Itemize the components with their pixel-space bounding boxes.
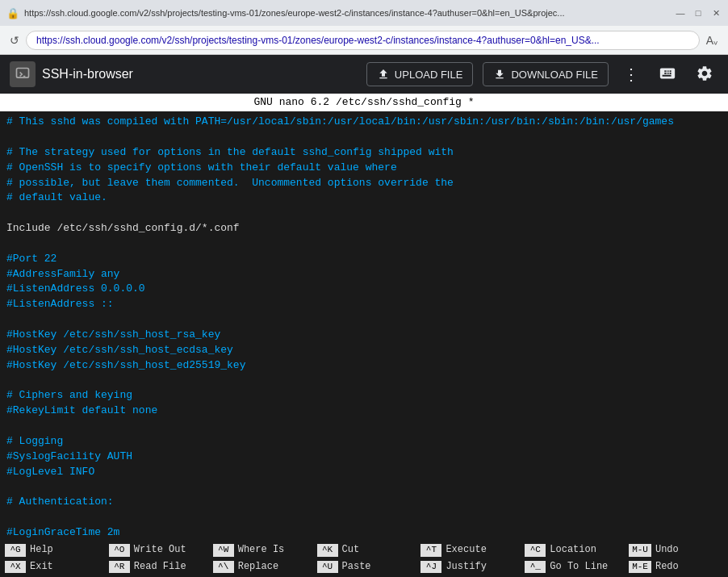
nano-shortcut-label: Replace xyxy=(238,560,278,574)
nano-shortcut-label: Justify xyxy=(446,560,486,574)
nano-key: ^R xyxy=(109,561,130,573)
upload-file-button[interactable]: UPLOAD FILE xyxy=(366,62,474,86)
nano-key: ^U xyxy=(317,561,338,573)
nano-shortcuts-bar: ^GHelp^OWrite Out^WWhere Is^KCut^TExecut… xyxy=(0,540,728,577)
terminal-line: # Logging xyxy=(6,434,722,449)
terminal-line xyxy=(6,206,722,221)
terminal-line xyxy=(6,510,722,525)
address-bar: ↺ https://ssh.cloud.google.com/v2/ssh/pr… xyxy=(0,26,728,55)
nano-shortcut: ^_Go To Line xyxy=(520,558,624,575)
nano-key: ^G xyxy=(5,544,26,556)
nano-key: ^K xyxy=(317,544,338,556)
terminal-line: #SyslogFacility AUTH xyxy=(6,449,722,465)
terminal-line: # default value. xyxy=(6,190,722,206)
terminal-line xyxy=(6,374,722,389)
nano-shortcut: ^WWhere Is xyxy=(208,541,312,558)
settings-button[interactable] xyxy=(691,60,718,90)
terminal-line: # This sshd was compiled with PATH=/usr/… xyxy=(6,115,722,130)
terminal-line xyxy=(6,479,722,495)
nano-shortcut-label: Write Out xyxy=(134,543,186,557)
terminal-line: Include /etc/ssh/sshd_config.d/*.conf xyxy=(6,221,722,236)
terminal-line: #AddressFamily any xyxy=(6,267,722,282)
nano-key: ^X xyxy=(5,561,26,573)
nano-shortcut: ^RRead File xyxy=(104,558,208,575)
nano-key: ^J xyxy=(420,561,441,573)
nano-shortcut-label: Redo xyxy=(655,560,679,574)
nano-shortcut: ^XExit xyxy=(0,558,104,575)
terminal-line: #ListenAddress :: xyxy=(6,297,722,312)
nano-shortcut: ^UPaste xyxy=(312,558,416,575)
nano-key: ^W xyxy=(213,544,234,556)
terminal-line: #RekeyLimit default none xyxy=(6,403,722,419)
nano-shortcut: ^KCut xyxy=(312,541,416,558)
nano-key: ^O xyxy=(109,544,130,556)
terminal-line xyxy=(6,419,722,434)
nano-shortcut: M-UUndo xyxy=(624,541,728,558)
nano-key: M-E xyxy=(629,561,651,573)
nano-shortcut: ^GHelp xyxy=(0,541,104,558)
title-bar-url: https://ssh.cloud.google.com/v2/ssh/proj… xyxy=(24,8,670,18)
browser-favicon: 🔒 xyxy=(6,7,19,19)
terminal-line: #HostKey /etc/ssh/ssh_host_rsa_key xyxy=(6,328,722,343)
nano-key: ^_ xyxy=(525,561,546,573)
ssh-toolbar: SSH-in-browser UPLOAD FILE DOWNLOAD FILE… xyxy=(0,55,728,94)
terminal-line: # Authentication: xyxy=(6,495,722,510)
close-button[interactable]: ✕ xyxy=(710,7,722,19)
terminal-line xyxy=(6,130,722,145)
terminal-line: #HostKey /etc/ssh/ssh_host_ed25519_key xyxy=(6,358,722,374)
terminal-line: #LogLevel INFO xyxy=(6,465,722,480)
nano-key: M-U xyxy=(629,544,651,556)
nano-shortcut-label: Read File xyxy=(134,560,186,574)
nano-shortcut: ^TExecute xyxy=(416,541,520,558)
nano-shortcut: M-ERedo xyxy=(624,558,728,575)
ssh-logo: SSH-in-browser xyxy=(10,61,133,87)
terminal-line: # The strategy used for options in the d… xyxy=(6,145,722,161)
nano-shortcut: ^JJustify xyxy=(416,558,520,575)
nano-shortcut: ^OWrite Out xyxy=(104,541,208,558)
terminal[interactable]: GNU nano 6.2 /etc/ssh/sshd_config * # Th… xyxy=(0,94,728,577)
terminal-line: #ListenAddress 0.0.0.0 xyxy=(6,282,722,297)
nano-shortcut-label: Location xyxy=(550,543,596,557)
terminal-line: # possible, but leave them commented. Un… xyxy=(6,176,722,191)
svg-rect-0 xyxy=(17,69,29,78)
menu-dots-button[interactable]: ⋮ xyxy=(618,60,644,89)
maximize-button[interactable]: □ xyxy=(692,7,704,19)
terminal-line xyxy=(6,236,722,252)
terminal-line: #Port 22 xyxy=(6,252,722,267)
ssh-logo-icon xyxy=(10,61,36,87)
nano-key: ^C xyxy=(525,544,546,556)
nano-shortcut-label: Where Is xyxy=(238,543,285,557)
nano-shortcut-label: Paste xyxy=(342,560,371,574)
nano-shortcut-label: Help xyxy=(30,543,53,557)
nano-shortcut-label: Execute xyxy=(446,543,486,557)
ssh-logo-text: SSH-in-browser xyxy=(42,67,133,82)
nano-shortcut-label: Go To Line xyxy=(550,560,608,574)
nano-shortcut-label: Cut xyxy=(342,543,360,557)
reader-mode-icon[interactable]: Aᵥ xyxy=(706,34,718,47)
minimize-button[interactable]: — xyxy=(675,7,686,19)
nano-shortcut: ^CLocation xyxy=(520,541,624,558)
download-file-button[interactable]: DOWNLOAD FILE xyxy=(483,62,609,86)
address-input[interactable]: https://ssh.cloud.google.com/v2/ssh/proj… xyxy=(26,31,700,50)
terminal-content[interactable]: # This sshd was compiled with PATH=/usr/… xyxy=(0,111,728,540)
nano-key: ^T xyxy=(420,544,441,556)
nano-shortcut-label: Exit xyxy=(30,560,53,574)
nano-shortcut-label: Undo xyxy=(655,543,679,557)
reload-icon[interactable]: ↺ xyxy=(10,34,19,47)
terminal-line: #LoginGraceTime 2m xyxy=(6,525,722,540)
nano-shortcut: ^\Replace xyxy=(208,558,312,575)
terminal-line: #HostKey /etc/ssh/ssh_host_ecdsa_key xyxy=(6,343,722,358)
terminal-line: # OpenSSH is to specify options with the… xyxy=(6,161,722,176)
nano-key: ^\ xyxy=(213,561,234,573)
title-bar: 🔒 https://ssh.cloud.google.com/v2/ssh/pr… xyxy=(0,0,728,26)
keyboard-button[interactable] xyxy=(654,60,681,90)
nano-title: GNU nano 6.2 /etc/ssh/sshd_config * xyxy=(0,94,728,111)
terminal-line: # Ciphers and keying xyxy=(6,388,722,403)
terminal-line xyxy=(6,312,722,328)
